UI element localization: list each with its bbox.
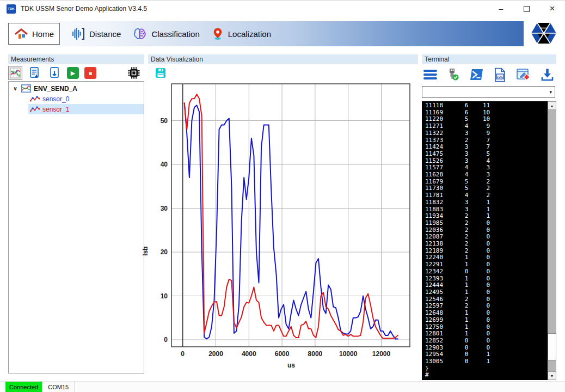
svg-text:30: 30 xyxy=(161,205,168,212)
chip-icon xyxy=(127,66,141,80)
chart-x-axis-label: us xyxy=(261,362,321,369)
measurements-toolbar: ▶ ■ xyxy=(8,65,144,81)
visualization-header: Data Visualization xyxy=(148,54,418,64)
terminal-scrollbar[interactable]: ▲ ▼ xyxy=(548,101,556,380)
nav-tab-localization[interactable]: Localization xyxy=(212,27,271,41)
visualization-panel: Data Visualization 010203040500200040006… xyxy=(148,54,418,376)
tree-root-label: ENV_SEND_A xyxy=(34,85,77,93)
powershell-icon xyxy=(469,69,484,81)
chart-area[interactable]: 01020304050020004000600080001000012000 l… xyxy=(148,78,418,376)
tree-item-sensor-1[interactable]: sensor_1 xyxy=(28,104,144,114)
clear-terminal-icon xyxy=(516,68,531,82)
tree-item-env-send-a[interactable]: ∨ ENV_SEND_A xyxy=(9,83,144,94)
measurements-tree: ∨ ENV_SEND_A xyxy=(8,81,144,373)
minimize-button[interactable]: – xyxy=(488,1,514,17)
terminal-console[interactable]: 11118 6 11 11169 6 10 11220 5 10 11271 4… xyxy=(422,101,556,380)
nav-toolbar: Home Distance xyxy=(0,16,565,51)
sensor-trace-icon xyxy=(30,95,40,103)
svg-text:10: 10 xyxy=(161,292,168,300)
import-measurement-button[interactable] xyxy=(47,66,62,80)
terminal-toolbar: LOG xyxy=(422,65,556,84)
maximize-button[interactable] xyxy=(514,1,539,17)
home-icon xyxy=(14,27,28,40)
nav-tab-home[interactable]: Home xyxy=(8,23,60,45)
close-icon: × xyxy=(550,3,555,14)
svg-text:20: 20 xyxy=(161,248,168,256)
measurements-header: Measurements xyxy=(8,54,144,64)
nav-tab-classification[interactable]: Classification xyxy=(133,27,199,40)
com-port-label: COM15 xyxy=(42,382,75,392)
plot-settings-icon xyxy=(10,68,21,78)
hamburger-menu-icon xyxy=(423,70,437,79)
firmware-chip-button[interactable] xyxy=(127,66,141,80)
terminal-panel: Terminal xyxy=(422,54,556,381)
svg-text:LOG: LOG xyxy=(497,75,503,78)
close-button[interactable]: × xyxy=(539,1,565,17)
maximize-icon xyxy=(524,6,530,12)
sensor-0-label: sensor_0 xyxy=(42,95,69,103)
connection-status-badge: Connected xyxy=(5,382,42,392)
nav-localization-label: Localization xyxy=(228,29,271,39)
floppy-save-icon xyxy=(155,68,166,78)
svg-text:6000: 6000 xyxy=(275,350,290,358)
svg-text:50: 50 xyxy=(161,117,168,125)
menu-button[interactable] xyxy=(423,68,437,81)
download-icon xyxy=(540,68,555,82)
status-bar: Connected COM15 xyxy=(0,381,565,392)
powershell-button[interactable] xyxy=(469,69,484,81)
svg-text:12000: 12000 xyxy=(372,350,391,358)
scroll-up-button[interactable]: ▲ xyxy=(548,101,556,110)
measurements-panel: Measurements xyxy=(8,54,144,376)
chevron-down-icon[interactable]: ∨ xyxy=(13,85,19,91)
app-window: TDK TDK USSM Senor Demo Application V3.4… xyxy=(0,0,565,392)
nav-distance-label: Distance xyxy=(89,29,121,39)
scrollbar-thumb[interactable] xyxy=(548,333,556,360)
start-measurement-button[interactable]: ▶ xyxy=(67,67,79,79)
export-measurement-icon xyxy=(29,66,41,79)
terminal-header: Terminal xyxy=(422,54,556,64)
play-icon: ▶ xyxy=(71,70,75,77)
svg-text:0: 0 xyxy=(164,336,168,344)
svg-text:0: 0 xyxy=(181,350,185,358)
distance-waveform-icon xyxy=(72,27,85,40)
app-icon: TDK xyxy=(7,4,16,14)
minimize-icon: – xyxy=(499,4,503,13)
tree-item-sensor-0[interactable]: sensor_0 xyxy=(28,94,144,104)
nav-gradient-bar: Home Distance xyxy=(5,21,524,46)
classification-brain-icon xyxy=(133,27,147,40)
scroll-down-icon: ▼ xyxy=(550,374,554,378)
svg-text:10000: 10000 xyxy=(339,350,358,358)
sensor-trace-icon xyxy=(30,106,40,113)
nav-home-label: Home xyxy=(32,29,54,39)
tdk-hexagon-logo xyxy=(530,21,557,46)
scroll-up-icon: ▲ xyxy=(550,104,554,108)
measurement-chart-icon xyxy=(21,84,31,93)
localization-pin-icon xyxy=(212,27,224,41)
export-measurement-button[interactable] xyxy=(28,66,42,80)
usb-connected-icon xyxy=(446,68,459,82)
log-file-button[interactable]: LOG xyxy=(493,68,506,82)
scroll-down-button[interactable]: ▼ xyxy=(548,371,556,380)
combobox-caret-icon[interactable]: ▾ xyxy=(549,89,555,95)
chart-y-axis-label: lsb xyxy=(142,246,149,255)
svg-text:2000: 2000 xyxy=(208,350,223,358)
nav-classification-label: Classification xyxy=(151,29,199,39)
svg-text:4000: 4000 xyxy=(242,350,256,358)
titlebar: TDK TDK USSM Senor Demo Application V3.4… xyxy=(0,0,565,17)
clear-terminal-button[interactable] xyxy=(516,68,531,82)
log-file-icon: LOG xyxy=(493,68,506,82)
sensor-1-label: sensor_1 xyxy=(42,106,69,113)
window-title: TDK USSM Senor Demo Application V3.4.5 xyxy=(21,5,147,13)
save-plot-button[interactable] xyxy=(155,68,166,78)
plot-settings-button[interactable] xyxy=(8,66,22,80)
usb-status-button[interactable] xyxy=(446,68,459,82)
terminal-text: 11118 6 11 11169 6 10 11220 5 10 11271 4… xyxy=(425,102,490,379)
stop-icon: ■ xyxy=(89,70,92,76)
svg-text:40: 40 xyxy=(161,161,168,168)
import-measurement-icon xyxy=(48,66,60,79)
stop-measurement-button[interactable]: ■ xyxy=(84,67,96,79)
svg-text:8000: 8000 xyxy=(308,350,323,358)
save-log-button[interactable] xyxy=(540,68,555,82)
terminal-command-combobox[interactable]: ▾ xyxy=(422,86,555,98)
nav-tab-distance[interactable]: Distance xyxy=(72,27,121,40)
